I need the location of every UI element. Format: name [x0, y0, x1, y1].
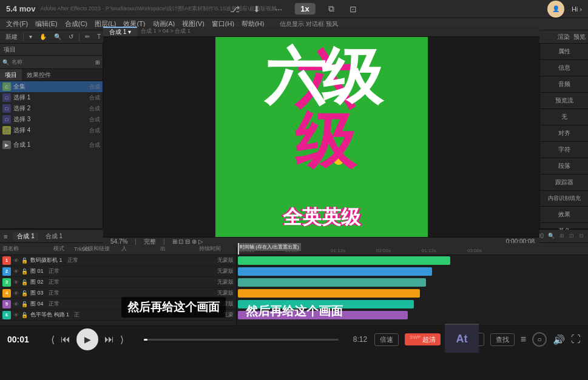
asset-icon-comp: C [2, 82, 11, 91]
extend-icon[interactable]: ⧉ [325, 3, 337, 15]
asset-item-composition[interactable]: C 全集 合成 [0, 81, 103, 92]
menu-file[interactable]: 文件(F) [2, 19, 32, 28]
panel-audio[interactable]: 音频 [540, 76, 588, 93]
speed-display[interactable]: 1x [294, 3, 315, 15]
track-lock-1[interactable]: 🔓 [21, 258, 28, 264]
asset-item-layer1[interactable]: □ 选择 1 合成 [0, 92, 103, 103]
asset-duration-comp: 合成 [89, 83, 100, 91]
panel-none[interactable]: 无 [540, 109, 588, 125]
track-lock-4[interactable]: 🔓 [21, 290, 28, 296]
toolbar-pen[interactable]: ✏ [82, 33, 93, 41]
volume-btn[interactable]: 🔊 [553, 334, 565, 345]
asset-name-f1: 合成 1 [13, 141, 30, 149]
hi-button[interactable]: Hi › [572, 5, 582, 13]
track-eye-3[interactable]: 👁 [13, 279, 19, 285]
track-eye-1[interactable]: 👁 [13, 258, 19, 264]
preview-tab-comp[interactable]: 合成 1 ▾ [103, 27, 137, 36]
timeline-tab-comp1[interactable]: 合成 1 [13, 232, 38, 241]
tl-ctrl3[interactable]: ⊡ [569, 233, 575, 239]
track-eye-6[interactable]: 👁 [13, 312, 19, 318]
playhead-tooltip: 时间轴 (存在入/出置置出置) [238, 243, 301, 251]
zoom-control[interactable]: 54.7% [108, 238, 130, 245]
avatar[interactable]: 👤 [547, 1, 564, 18]
more-icon[interactable]: ··· [272, 3, 285, 15]
panel-align[interactable]: 对齐 [540, 125, 588, 142]
track-row-3[interactable]: 3 👁 🔓 图 02 正常 无蒙版 [0, 277, 236, 288]
asset-item-layer4[interactable]: 🎵 选择 4 合成 [0, 125, 103, 136]
track-row-5[interactable]: 5 👁 🔓 图 04 正常 无蒙版 [0, 299, 236, 310]
panel-tracker[interactable]: 跟踪器 [540, 175, 588, 191]
toolbar-select[interactable]: ▾ [26, 33, 35, 41]
preview-breadcrumb: 合成 1 > 04 > 合成 1 [141, 27, 191, 35]
chao-btn[interactable]: SWP 超清 [405, 333, 441, 345]
panel-effects[interactable]: 效果 [540, 207, 588, 223]
track-eye-2[interactable]: 👁 [13, 268, 19, 275]
panel-info[interactable]: 信息 [540, 60, 588, 76]
asset-item-file1[interactable]: ▶ 合成 1 合成 [0, 139, 103, 150]
track-block-2[interactable] [238, 267, 432, 276]
list-btn[interactable]: ≡ [521, 334, 526, 345]
preview-area: 合成 1 ▾ 合成 1 > 04 > 合成 1 六级 六级 全英 [103, 44, 539, 228]
track-row-4[interactable]: 4 👁 🔓 图 03 正常 无蒙版 [0, 288, 236, 299]
play-pause-btn[interactable]: ▶ [76, 328, 98, 350]
speed-btn[interactable]: 倍速 [374, 333, 399, 346]
panel-properties[interactable]: 属性 [540, 44, 588, 60]
tl-ctrl4[interactable]: ⊟ [578, 233, 584, 239]
asset-icon-l2: □ [2, 104, 11, 113]
track-row-1[interactable]: 1 👁 🔓 数码摄影机 1 正常 无蒙版 [0, 255, 236, 266]
tl-ctrl2[interactable]: ⊞ [559, 233, 565, 239]
panel-char[interactable]: 字符 [540, 142, 588, 158]
search-btn[interactable]: 查找 [490, 333, 515, 346]
skip-fwd-btn[interactable]: ⏭ [104, 334, 114, 345]
next-keyframe-btn[interactable]: ⟩ [120, 334, 124, 345]
project-search-icon[interactable]: 🔍 [2, 59, 9, 65]
track-row-2[interactable]: 2 👁 🔓 图 01 正常 无蒙版 [0, 266, 236, 277]
track-block-3[interactable] [238, 278, 426, 287]
asset-duration-l2: 合成 [89, 105, 100, 113]
chao-label: 超清 [422, 336, 436, 343]
toolbar-text[interactable]: T [94, 33, 104, 41]
asset-item-layer3[interactable]: □ 选择 3 合成 [0, 114, 103, 125]
menu-edit[interactable]: 编辑(E) [32, 19, 61, 28]
track-eye-5[interactable]: 👁 [13, 301, 19, 307]
asset-duration-l3: 合成 [89, 116, 100, 124]
toolbar-new-comp[interactable]: 新建 [2, 32, 21, 42]
track-lock-2[interactable]: 🔓 [21, 268, 28, 275]
circle-menu-btn[interactable]: ○ [532, 332, 547, 347]
project-sort-icon[interactable]: ⊞ [95, 59, 100, 65]
tab-project[interactable]: 项目 [0, 69, 22, 81]
at-badge[interactable]: At [445, 324, 479, 353]
asset-item-layer2[interactable]: □ 选择 2 合成 [0, 103, 103, 114]
panel-content-aware[interactable]: 内容识别填充 [540, 191, 588, 207]
preview-canvas[interactable]: 六级 六级 全英英级 [103, 37, 539, 237]
track-block-6[interactable] [238, 311, 408, 319]
skip-back-btn[interactable]: ⏮ [61, 334, 70, 345]
toolbar-zoom[interactable]: 🔍 [51, 33, 64, 41]
minimize-icon[interactable]: ⊡ [347, 3, 359, 15]
download-icon[interactable]: ⬇ [251, 3, 263, 15]
track-lock-3[interactable]: 🔓 [21, 279, 28, 285]
track-block-4[interactable] [238, 289, 420, 298]
track-lock-5[interactable]: 🔓 [21, 301, 28, 307]
toolbar-hand[interactable]: ✋ [36, 33, 50, 41]
timeline-tab-comp2[interactable]: 合成 1 [42, 232, 66, 241]
track-block-5[interactable] [238, 300, 414, 308]
toolbar-rotate[interactable]: ↺ [66, 33, 76, 41]
fullscreen-btn[interactable]: ⛶ [571, 334, 581, 345]
prev-keyframe-btn[interactable]: ⟨ [51, 334, 55, 345]
track-eye-4[interactable]: 👁 [13, 290, 19, 296]
col-source: 源名称 [2, 245, 51, 253]
track-row-6[interactable]: 6 👁 🔓 色平等色 枸路 1 正 无蒙 [0, 310, 236, 321]
share-icon[interactable]: ⎇ [229, 3, 241, 15]
quality-control[interactable]: 完整 [141, 238, 158, 246]
playhead [238, 243, 239, 255]
tab-effects[interactable]: 效果控件 [22, 69, 56, 81]
progress-area[interactable] [144, 339, 339, 341]
track-name-3: 图 02 [30, 278, 44, 286]
panel-para[interactable]: 段落 [540, 158, 588, 175]
tl-ctrl1[interactable]: 🔍 [547, 233, 555, 239]
track-lock-6[interactable]: 🔓 [21, 312, 28, 318]
track-block-1[interactable] [238, 256, 450, 265]
panel-preview-flow[interactable]: 预览流 [540, 93, 588, 109]
menu-comp[interactable]: 合成(C) [61, 19, 91, 28]
